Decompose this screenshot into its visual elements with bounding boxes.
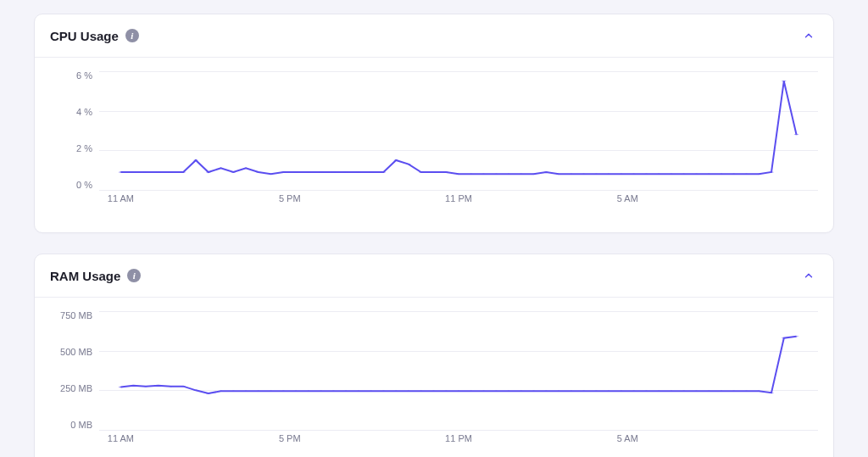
svg-point-53 <box>782 81 787 81</box>
y-tick: 0 MB <box>70 421 92 430</box>
svg-point-77 <box>393 391 398 392</box>
svg-point-64 <box>231 391 236 392</box>
x-axis: 11 AM5 PM11 PM5 AM <box>99 193 818 210</box>
svg-point-50 <box>744 174 749 175</box>
svg-point-48 <box>719 174 724 175</box>
svg-point-58 <box>156 385 161 386</box>
svg-point-42 <box>643 174 648 175</box>
svg-point-40 <box>619 174 624 175</box>
svg-point-65 <box>243 391 248 392</box>
y-tick: 4 % <box>76 108 92 117</box>
svg-point-17 <box>331 172 336 173</box>
svg-point-49 <box>732 174 737 175</box>
svg-point-39 <box>606 174 611 175</box>
panel-header: CPU Usage i <box>35 14 833 58</box>
y-axis: 750 MB500 MB250 MB0 MB <box>50 311 99 430</box>
svg-point-25 <box>431 172 437 173</box>
svg-point-37 <box>581 174 587 175</box>
svg-point-75 <box>369 391 374 392</box>
svg-point-47 <box>706 174 711 175</box>
svg-point-15 <box>306 172 311 173</box>
svg-point-91 <box>569 391 574 392</box>
svg-point-103 <box>719 391 724 392</box>
x-tick: 11 AM <box>108 193 134 203</box>
y-tick: 0 % <box>76 181 92 190</box>
svg-point-108 <box>782 337 787 338</box>
svg-point-27 <box>456 174 461 175</box>
svg-point-98 <box>656 391 661 392</box>
svg-point-104 <box>732 391 737 392</box>
svg-point-86 <box>506 391 511 392</box>
svg-point-54 <box>794 134 799 135</box>
svg-point-46 <box>694 174 699 175</box>
x-tick: 11 AM <box>108 433 134 443</box>
svg-point-82 <box>456 391 461 392</box>
info-icon[interactable]: i <box>125 29 139 42</box>
x-tick: 11 PM <box>445 433 472 443</box>
svg-point-101 <box>694 391 699 392</box>
cpu-usage-panel: CPU Usage i 6 %4 %2 %0 % 11 AM5 PM11 PM5… <box>34 14 834 233</box>
collapse-button[interactable] <box>799 26 818 45</box>
svg-point-89 <box>543 391 548 392</box>
panel-body: 750 MB500 MB250 MB0 MB 11 AM5 PM11 PM5 A… <box>35 298 833 457</box>
svg-point-35 <box>556 174 561 175</box>
svg-point-80 <box>431 391 437 392</box>
svg-point-79 <box>419 391 424 392</box>
svg-point-1 <box>131 172 136 173</box>
svg-point-13 <box>281 172 286 173</box>
svg-point-109 <box>794 336 799 337</box>
svg-point-2 <box>143 172 148 173</box>
ram-usage-panel: RAM Usage i 750 MB500 MB250 MB0 MB 11 AM… <box>34 254 834 457</box>
svg-point-45 <box>682 174 687 175</box>
plot-area <box>99 311 818 430</box>
svg-point-68 <box>281 391 286 392</box>
y-tick: 250 MB <box>60 384 92 393</box>
svg-point-22 <box>393 160 398 161</box>
svg-point-21 <box>381 172 386 173</box>
svg-point-38 <box>593 174 598 175</box>
svg-point-51 <box>756 174 761 175</box>
svg-point-67 <box>269 391 274 392</box>
svg-point-87 <box>519 391 524 392</box>
svg-point-61 <box>193 390 198 391</box>
info-icon[interactable]: i <box>127 269 141 282</box>
svg-point-16 <box>319 172 324 173</box>
x-tick: 11 PM <box>445 193 472 203</box>
svg-point-90 <box>556 391 561 392</box>
svg-point-26 <box>443 172 448 173</box>
svg-point-83 <box>469 391 474 392</box>
svg-point-62 <box>206 393 211 394</box>
svg-point-3 <box>156 172 161 173</box>
svg-point-34 <box>543 172 548 173</box>
y-tick: 750 MB <box>60 311 92 320</box>
svg-point-11 <box>256 172 261 173</box>
svg-point-69 <box>293 391 298 392</box>
svg-point-102 <box>706 391 711 392</box>
collapse-button[interactable] <box>799 266 818 285</box>
svg-point-72 <box>331 391 336 392</box>
svg-point-71 <box>319 391 324 392</box>
y-axis: 6 %4 %2 %0 % <box>50 71 99 190</box>
chevron-up-icon <box>803 30 815 42</box>
svg-point-12 <box>269 174 274 175</box>
x-tick: 5 AM <box>617 193 638 203</box>
panel-title: RAM Usage <box>50 269 120 283</box>
chart: 750 MB500 MB250 MB0 MB 11 AM5 PM11 PM5 A… <box>50 311 818 455</box>
y-tick: 500 MB <box>60 348 92 357</box>
svg-point-94 <box>606 391 611 392</box>
svg-point-105 <box>744 391 749 392</box>
svg-point-93 <box>593 391 598 392</box>
svg-point-6 <box>193 160 198 161</box>
svg-point-66 <box>256 391 261 392</box>
svg-point-106 <box>756 391 761 392</box>
svg-point-60 <box>181 386 186 387</box>
svg-point-73 <box>343 391 348 392</box>
svg-point-33 <box>531 174 537 175</box>
x-axis: 11 AM5 PM11 PM5 AM <box>99 433 818 450</box>
panel-body: 6 %4 %2 %0 % 11 AM5 PM11 PM5 AM <box>35 58 833 232</box>
svg-point-18 <box>343 172 348 173</box>
svg-point-56 <box>131 385 136 386</box>
svg-point-30 <box>493 174 498 175</box>
svg-point-44 <box>669 174 674 175</box>
svg-point-76 <box>381 391 386 392</box>
